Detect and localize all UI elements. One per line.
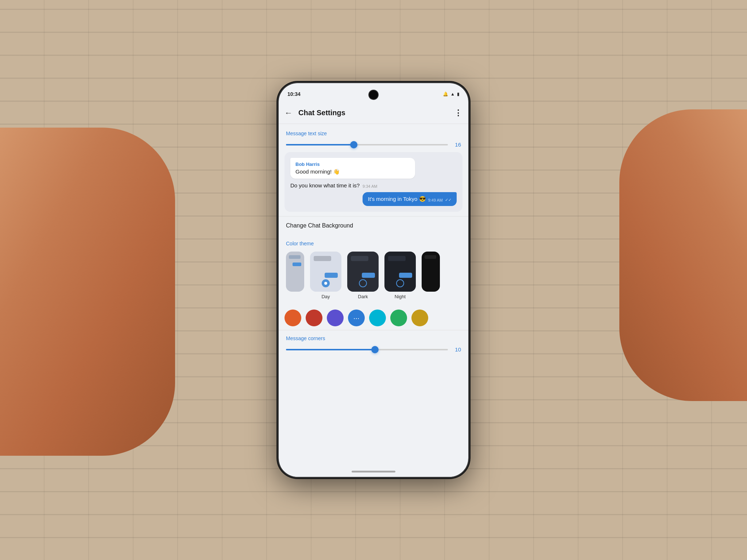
received-plain-text: Do you know what time it is? [290, 182, 360, 188]
content-area: Message text size 16 Bob Harris Good mor… [279, 124, 468, 477]
received-bubble: Bob Harris Good morning! 👋 [290, 158, 415, 179]
corners-slider[interactable] [286, 349, 448, 350]
color-theme-section: Color theme [279, 235, 468, 306]
theme-label-day: Day [321, 294, 330, 299]
sent-text: It's morning in Tokyo 😎 [368, 196, 426, 202]
more-colors-button[interactable]: ··· [348, 310, 365, 326]
camera-cutout [368, 90, 379, 100]
sent-message-row: It's morning in Tokyo 😎 9:49 AM ✓✓ [290, 192, 457, 206]
theme-card-night [384, 252, 416, 292]
color-theme-label: Color theme [286, 241, 461, 246]
more-button[interactable]: ⋮ [454, 108, 462, 118]
accent-purple[interactable] [327, 310, 344, 326]
theme-item-amoled-partial[interactable] [422, 252, 440, 292]
message-text-size-section: Message text size 16 [279, 124, 468, 152]
theme-radio-day[interactable] [322, 279, 330, 287]
themes-scroll: Day Dark [286, 252, 461, 302]
home-bar [352, 471, 395, 472]
hand-left [0, 128, 175, 456]
text-size-slider-row: 16 [286, 141, 461, 148]
sent-bubble: It's morning in Tokyo 😎 9:49 AM ✓✓ [363, 192, 457, 206]
corners-fill [286, 349, 375, 350]
battery-icon: ▮ [457, 92, 460, 97]
scroll-content: Message text size 16 Bob Harris Good mor… [279, 124, 468, 466]
theme-label-dark: Dark [358, 294, 368, 299]
theme-sent-bubble-dark [362, 273, 375, 278]
theme-radio-night[interactable] [396, 279, 404, 287]
theme-radio-dark[interactable] [359, 279, 367, 287]
theme-recv-bubble-night [388, 256, 406, 261]
accent-green[interactable] [390, 310, 407, 326]
corners-value: 10 [452, 346, 461, 353]
corners-slider-row: 10 [286, 346, 461, 353]
nav-bar: ← Chat Settings ⋮ [279, 102, 468, 124]
theme-item-day[interactable]: Day [310, 252, 341, 299]
theme-label-night: Night [395, 294, 406, 299]
accent-cyan[interactable] [369, 310, 386, 326]
theme-card-dark [347, 252, 379, 292]
accent-red[interactable] [306, 310, 322, 326]
chat-preview: Bob Harris Good morning! 👋 Do you know w… [285, 152, 462, 212]
text-size-value: 16 [452, 141, 461, 148]
corners-thumb[interactable] [371, 346, 379, 353]
sent-checkmarks: ✓✓ [445, 198, 452, 202]
page-title: Chat Settings [298, 109, 448, 117]
received-plain-message: Do you know what time it is? 9:34 AM [290, 182, 457, 188]
received-time: 9:34 AM [363, 184, 377, 188]
theme-recv-bubble [314, 256, 331, 261]
theme-card-day [310, 252, 341, 292]
theme-sent-bubble [325, 273, 338, 278]
phone: 10:34 🔔 ▲ ▮ ← Chat Settings ⋮ Message te… [279, 83, 468, 477]
accent-gold[interactable] [411, 310, 428, 326]
message-text-size-label: Message text size [286, 131, 461, 136]
accent-colors-row: ··· [279, 306, 468, 330]
theme-item-classic-partial[interactable] [286, 252, 304, 292]
accent-orange[interactable] [285, 310, 301, 326]
bubble-sender: Bob Harris [295, 162, 410, 167]
bubble-text-line1: Good morning! 👋 [295, 168, 410, 175]
theme-item-night[interactable]: Night [384, 252, 416, 299]
sent-time: 9:49 AM [428, 198, 443, 202]
theme-sent-bubble-night [399, 273, 412, 278]
hand-right [619, 109, 747, 401]
back-button[interactable]: ← [285, 108, 293, 118]
phone-wrapper: 10:34 🔔 ▲ ▮ ← Chat Settings ⋮ Message te… [279, 83, 468, 477]
home-indicator [279, 466, 468, 477]
text-size-slider[interactable] [286, 144, 448, 145]
vibrate-icon: 🔔 [443, 92, 448, 97]
slider-thumb[interactable] [350, 141, 357, 148]
status-time: 10:34 [287, 91, 301, 97]
status-icons: 🔔 ▲ ▮ [443, 92, 460, 97]
change-background-label: Change Chat Background [286, 222, 353, 229]
change-background-row[interactable]: Change Chat Background [279, 216, 468, 235]
theme-item-dark[interactable]: Dark [347, 252, 379, 299]
slider-fill [286, 144, 354, 145]
wifi-icon: ▲ [450, 92, 455, 97]
message-corners-label: Message corners [286, 335, 461, 341]
theme-recv-bubble-dark [351, 256, 368, 261]
message-corners-section: Message corners 10 [279, 330, 468, 358]
